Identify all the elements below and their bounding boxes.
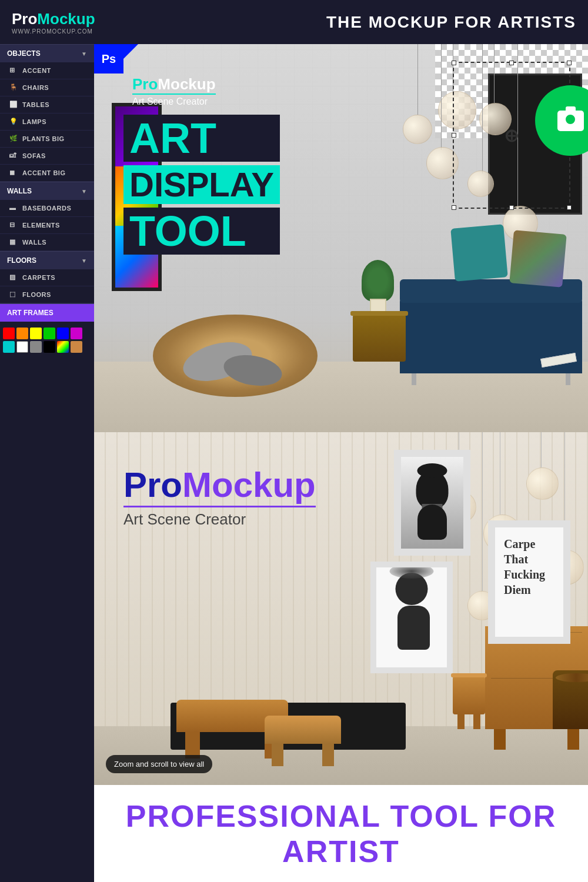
flower-girl-body xyxy=(397,606,430,650)
elements-icon: ⊟ xyxy=(9,221,18,229)
table2-leg-right xyxy=(322,744,334,766)
wooden-stool-top xyxy=(350,311,408,316)
frame3-line4: Diem xyxy=(504,582,554,597)
table2-leg-left xyxy=(272,744,283,766)
logo-mockup: Mockup xyxy=(37,10,95,28)
sel-handle-tm xyxy=(509,61,514,65)
sofa-cushion-teal xyxy=(450,224,508,282)
swatch-orange[interactable] xyxy=(16,328,28,339)
bottom-table-2 xyxy=(265,716,341,744)
art-display-tool: ART DISPLAY TOOL xyxy=(123,115,280,255)
sidebar-section-walls[interactable]: WALLS ▼ xyxy=(0,182,94,200)
small-stool-leg-2 xyxy=(473,714,480,729)
header-tagline: THE MOCKUP FOR ARTISTS xyxy=(326,13,576,32)
bottom-bar: PROFESSIONAL TOOL FOR ARTIST xyxy=(94,785,588,882)
sofa-leg-1 xyxy=(412,373,416,385)
sidebar-item-elements-label: ELEMENTS xyxy=(22,222,60,229)
sidebar-item-accent-label: ACCENT xyxy=(22,67,51,74)
banner-bottom: ProMockup Art Scene Creator xyxy=(94,432,588,785)
sidebar-item-chairs[interactable]: 🪑 CHAIRS xyxy=(0,79,94,96)
banner-top: ⊕ Ps ProMockup Art Scene Creator ART DIS… xyxy=(94,44,588,432)
zoom-tooltip-label: Zoom and scroll to view all xyxy=(114,760,204,769)
header: ProMockup WWW.PROMOCKUP.COM THE MOCKUP F… xyxy=(0,0,588,44)
baseboards-icon: ▬ xyxy=(9,204,18,212)
bottom-art-frame-2 xyxy=(370,562,453,673)
main-layout: OBJECTS ▼ ⊞ ACCENT 🪑 CHAIRS ⬜ TABLES 💡 L… xyxy=(0,44,588,882)
professional-text: PROFESSIONAL TOOL FOR ARTIST xyxy=(94,799,588,869)
sidebar-section-walls-arrow: ▼ xyxy=(81,188,87,195)
swatch-cyan[interactable] xyxy=(3,341,15,353)
sidebar-item-accent-big-label: ACCENT BIG xyxy=(22,169,65,176)
flower-girl-head xyxy=(396,573,428,605)
camera-top xyxy=(566,106,576,111)
sidebar-item-lamps-label: LAMPS xyxy=(22,118,46,125)
sidebar-item-chairs-label: CHAIRS xyxy=(22,84,49,91)
sidebar-section-walls-label: WALLS xyxy=(7,187,32,195)
tree-stump xyxy=(553,670,588,729)
monkey-artwork xyxy=(401,457,463,549)
swatch-white[interactable] xyxy=(16,341,28,353)
sidebar-item-sofas-label: SOFAS xyxy=(22,152,46,159)
sidebar-item-baseboards[interactable]: ▬ BASEBOARDS xyxy=(0,200,94,217)
sidebar-item-sofas[interactable]: 🛋 SOFAS xyxy=(0,148,94,165)
swatch-black[interactable] xyxy=(44,341,55,353)
wooden-stool xyxy=(353,315,406,362)
sidebar-section-art-frames[interactable]: ART FRAMES xyxy=(0,303,94,322)
sel-handle-tl xyxy=(452,61,456,65)
sidebar-section-objects[interactable]: OBJECTS ▼ xyxy=(0,44,94,62)
monkey-head-top xyxy=(417,463,447,478)
sidebar-item-floors-label: FLOORS xyxy=(22,291,51,298)
swatch-rainbow[interactable] xyxy=(57,341,69,353)
bottom-wire-3 xyxy=(541,432,542,467)
sidebar-item-lamps[interactable]: 💡 LAMPS xyxy=(0,113,94,131)
sidebar-section-floors-label: FLOORS xyxy=(7,256,36,265)
swatch-yellow[interactable] xyxy=(30,328,42,339)
header-logo: ProMockup xyxy=(12,10,95,28)
bottom-brand-pro: Pro xyxy=(123,465,182,505)
walls-icon: ▦ xyxy=(9,238,18,246)
sel-handle-tr xyxy=(567,61,572,65)
lamps-icon: 💡 xyxy=(9,118,18,126)
sofa-cushion-multi xyxy=(509,230,567,288)
bottom-wire-5 xyxy=(482,432,483,591)
ps-badge-triangle xyxy=(123,44,138,59)
accent-icon: ⊞ xyxy=(9,66,18,75)
sidebar-item-carpets[interactable]: ▨ CARPETS xyxy=(0,269,94,286)
cabinet-leg-2 xyxy=(567,729,579,750)
swatch-blue[interactable] xyxy=(57,328,69,339)
ps-label: Ps xyxy=(102,52,116,66)
camera-icon xyxy=(557,111,584,131)
bottom-brand-mockup: Mockup xyxy=(182,465,316,505)
swatch-red[interactable] xyxy=(3,328,15,339)
sidebar-item-elements[interactable]: ⊟ ELEMENTS xyxy=(0,217,94,234)
sidebar-item-floors[interactable]: ⬚ FLOORS xyxy=(0,286,94,303)
sidebar-item-walls[interactable]: ▦ WALLS xyxy=(0,234,94,251)
banner-brand-sub: Art Scene Creator xyxy=(132,96,216,107)
sel-handle-ml xyxy=(452,133,456,138)
sidebar-item-accent-big[interactable]: ◼ ACCENT BIG xyxy=(0,165,94,182)
sidebar-item-accent[interactable]: ⊞ ACCENT xyxy=(0,62,94,79)
sel-handle-br xyxy=(567,205,572,210)
sel-handle-bm xyxy=(509,205,514,210)
banner-brand-mockup: Mockup xyxy=(158,75,215,93)
sofa-leg-2 xyxy=(566,373,570,385)
sidebar-item-plants-big[interactable]: 🌿 PLANTS BIG xyxy=(0,131,94,148)
sidebar-section-objects-label: OBJECTS xyxy=(7,49,41,58)
carpets-icon: ▨ xyxy=(9,273,18,282)
swatch-gray[interactable] xyxy=(30,341,42,353)
small-stool-top xyxy=(451,673,487,677)
chairs-icon: 🪑 xyxy=(9,83,18,92)
sidebar-section-objects-arrow: ▼ xyxy=(81,51,87,57)
swatch-brown[interactable] xyxy=(71,341,82,353)
sidebar-section-art-frames-label: ART FRAMES xyxy=(7,309,54,317)
sidebar-section-floors-arrow: ▼ xyxy=(81,258,87,264)
sidebar-section-floors[interactable]: FLOORS ▼ xyxy=(0,251,94,269)
plants-icon: 🌿 xyxy=(9,135,18,143)
adt-art-text: ART xyxy=(123,115,280,162)
sidebar-item-tables[interactable]: ⬜ TABLES xyxy=(0,96,94,113)
bottom-brand-sub: Art Scene Creator xyxy=(123,510,316,529)
swatch-green[interactable] xyxy=(44,328,55,339)
swatch-purple[interactable] xyxy=(71,328,82,339)
tables-icon: ⬜ xyxy=(9,101,18,109)
floors-icon: ⬚ xyxy=(9,290,18,299)
